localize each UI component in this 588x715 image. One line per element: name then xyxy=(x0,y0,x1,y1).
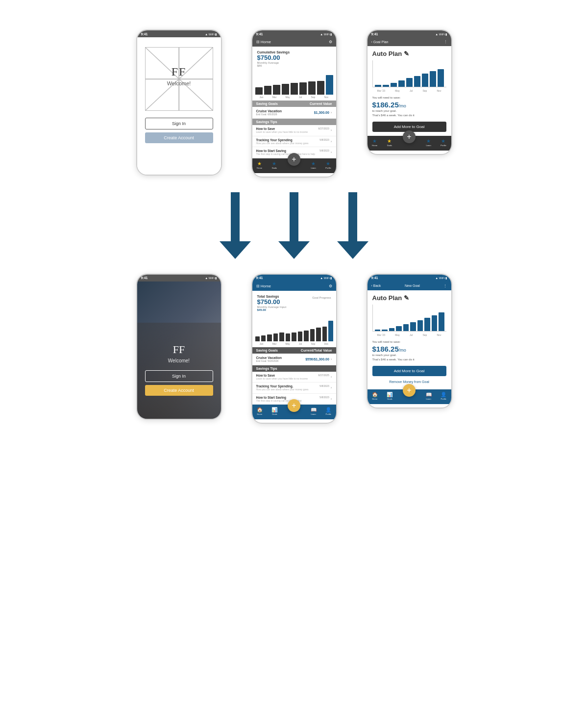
new-goal-nav-learn[interactable]: 📖 Learn xyxy=(426,392,432,400)
bar-7 xyxy=(308,81,316,95)
home-logo: ⊟ Home xyxy=(256,40,271,44)
savings-tips-header-v2: Savings Tips xyxy=(252,365,336,372)
arrow-3 xyxy=(338,192,368,259)
status-icons-2: ▲ WiFi ▮ xyxy=(320,32,332,36)
goal-nav-learn[interactable]: ★ Learn xyxy=(426,138,431,147)
goals-icon-new: 📊 xyxy=(387,392,392,397)
nav-goals-v2[interactable]: 📊 Goals xyxy=(271,407,277,415)
status-bar-2: 9:41 ▲ WiFi ▮ xyxy=(252,30,336,37)
saving-goals-header: Saving Goals Current Value xyxy=(252,101,336,107)
chart-area xyxy=(252,70,336,95)
fab-button[interactable]: + xyxy=(288,153,300,166)
create-account-button-photo[interactable]: Create Account xyxy=(145,385,213,396)
chart-area-v2 xyxy=(252,314,336,341)
home-nav-icon: ★ xyxy=(257,161,262,166)
status-icons: ▲ WiFi ▮ xyxy=(205,32,217,36)
home-logo-blue: ⊟ Home xyxy=(256,284,271,288)
home-header: ⊟ Home ⚙ xyxy=(252,37,336,47)
new-goal-note: That's $46 a week. You can do it xyxy=(372,358,446,361)
new-goal-period: /mo xyxy=(399,348,406,353)
more-icon[interactable]: ⋮ xyxy=(444,40,447,44)
new-goal-sub: to reach your goal. xyxy=(372,354,446,357)
new-goal-nav-goals[interactable]: 📊 Goals xyxy=(387,392,392,400)
home-header-blue: ⊟ Home ⚙ xyxy=(252,281,336,291)
fab-button-goal[interactable]: + xyxy=(403,130,416,143)
status-bar-4: 9:41 ▲ WiFi ▮ xyxy=(137,275,221,281)
goal-plan-title: Auto Plan ✎ xyxy=(372,50,446,57)
new-goal-nav-profile[interactable]: 👤 Profile xyxy=(441,392,446,400)
nav-learn-v2[interactable]: 📖 Learn xyxy=(311,407,317,415)
status-time: 9:41 xyxy=(141,32,148,36)
nav-home[interactable]: ★ Home xyxy=(257,161,262,169)
logo-ff: FF xyxy=(172,65,187,78)
tip-item-2[interactable]: Tracking Your Spending 5/8/2023 How you … xyxy=(252,136,336,148)
goal-list-item-v2[interactable]: Cruise Vacation End Goal: 5/18/2026 $556… xyxy=(252,354,336,365)
learn-nav-icon: ★ xyxy=(311,161,316,166)
phone-home-wireframe: 9:41 ▲ WiFi ▮ ⊟ Home ⚙ Cumulative Saving… xyxy=(251,29,337,178)
nav-goals[interactable]: ★ Goals xyxy=(272,161,277,169)
settings-icon-blue[interactable]: ⚙ xyxy=(329,284,332,288)
new-goal-chart xyxy=(372,305,446,332)
tip-item-1[interactable]: How to Save 6/27/2023 Learn to save when… xyxy=(252,125,336,136)
fab-button-new-goal[interactable]: + xyxy=(403,384,416,397)
goal-amount: $186.25 xyxy=(372,101,399,109)
new-goal-amount: $186.25 xyxy=(372,345,399,353)
learn-icon: ★ xyxy=(426,138,431,144)
bar-6 xyxy=(299,82,307,95)
goals-icon: ★ xyxy=(387,138,392,144)
tip-v2-1[interactable]: How to Save 6/27/2025 Learn to save when… xyxy=(252,372,336,383)
home-nav-icon-v2: 🏠 xyxy=(257,407,263,412)
home-content-v2: Total Savings $750.00 Goal Progress Mont… xyxy=(252,291,336,405)
sign-in-button-photo[interactable]: Sign In xyxy=(145,370,213,382)
nav-profile[interactable]: ★ Profile xyxy=(325,161,331,169)
profile-icon: ★ xyxy=(441,138,445,144)
goal-list-item[interactable]: Cruise Vacation End Goal: 6/5/2026 $1,30… xyxy=(252,107,336,119)
goal-chart xyxy=(372,60,446,87)
goal-nav-profile[interactable]: ★ Profile xyxy=(441,138,446,147)
nav-learn[interactable]: ★ Learn xyxy=(311,161,316,169)
monthly-avg-value: $86 xyxy=(257,64,331,67)
goal-sub: to reach your goal. xyxy=(372,109,446,112)
status-bar-3: 9:41 ▲ WiFi ▮ xyxy=(368,30,451,37)
total-savings-amount: $750.00 xyxy=(257,298,280,306)
add-more-goal-button-blue[interactable]: Add More to Goal xyxy=(372,366,446,376)
welcome-text-photo: Welcome! xyxy=(168,358,190,363)
fab-button-v2[interactable]: + xyxy=(288,399,300,412)
goal-nav-home[interactable]: ★ Home xyxy=(372,138,377,147)
bar-2 xyxy=(264,86,271,95)
goal-nav-goals[interactable]: ★ Goals xyxy=(387,138,392,147)
phone-new-goal-blue: 9:41 ▲ WiFi ▮ ‹ Back New Goal ⋮ Auto Pla… xyxy=(367,274,452,409)
top-phones-row: 9:41 ▲ WiFi ▮ FF Welcome! Sign In Create… xyxy=(20,29,568,178)
home-icon: ★ xyxy=(372,138,377,144)
arrows-section xyxy=(20,192,568,259)
create-account-button[interactable]: Create Account xyxy=(145,132,213,143)
wireframe-image: FF Welcome! xyxy=(145,47,213,111)
back-button-new[interactable]: ‹ Back xyxy=(371,284,381,287)
phone-goal-plan-wireframe: 9:41 ▲ WiFi ▮ ‹ Goal Plan ⋮ Auto Plan ✎ … xyxy=(367,29,452,155)
sign-in-button[interactable]: Sign In xyxy=(145,118,213,129)
nav-home-v2[interactable]: 🏠 Home xyxy=(257,407,263,415)
cumulative-section-v2: Total Savings $750.00 Goal Progress Mont… xyxy=(252,291,336,314)
bar-3 xyxy=(273,85,280,95)
nav-profile-v2[interactable]: 👤 Profile xyxy=(325,407,331,415)
goal-save-info: You will need to save: xyxy=(372,96,446,99)
goal-plan-content: Auto Plan ✎ Mar '23 May Jul Sep Nov You … xyxy=(368,46,451,136)
phone-welcome-photo: 9:41 ▲ WiFi ▮ FF Welcome! Sign In Create… xyxy=(136,274,222,420)
home-indicator-5 xyxy=(282,420,306,422)
back-button[interactable]: ‹ Goal Plan xyxy=(371,40,389,44)
goal-save-amount-row: $186.25/mo xyxy=(372,101,446,109)
total-savings-label: Total Savings xyxy=(257,295,280,298)
cumulative-label: Cumulative Savings xyxy=(257,51,331,54)
learn-icon-new: 📖 xyxy=(426,392,432,397)
savings-tips-header: Savings Tips xyxy=(252,119,336,125)
goals-nav-icon: ★ xyxy=(272,161,276,166)
learn-nav-icon-v2: 📖 xyxy=(311,407,317,412)
settings-icon[interactable]: ⚙ xyxy=(329,40,332,44)
tip-v2-2[interactable]: Tracking Your Spending. 5/8/2023 How you… xyxy=(252,383,336,394)
welcome-photo-content: FF Welcome! Sign In Create Account xyxy=(137,281,221,419)
new-goal-chart-labels: Mar '23 May Jul Sep Nov xyxy=(372,333,446,336)
goal-progress-label: Goal Progress xyxy=(312,296,331,299)
new-goal-nav-home[interactable]: 🏠 Home xyxy=(372,392,378,400)
more-icon-new[interactable]: ⋮ xyxy=(443,284,447,288)
home-indicator-6 xyxy=(397,405,421,407)
